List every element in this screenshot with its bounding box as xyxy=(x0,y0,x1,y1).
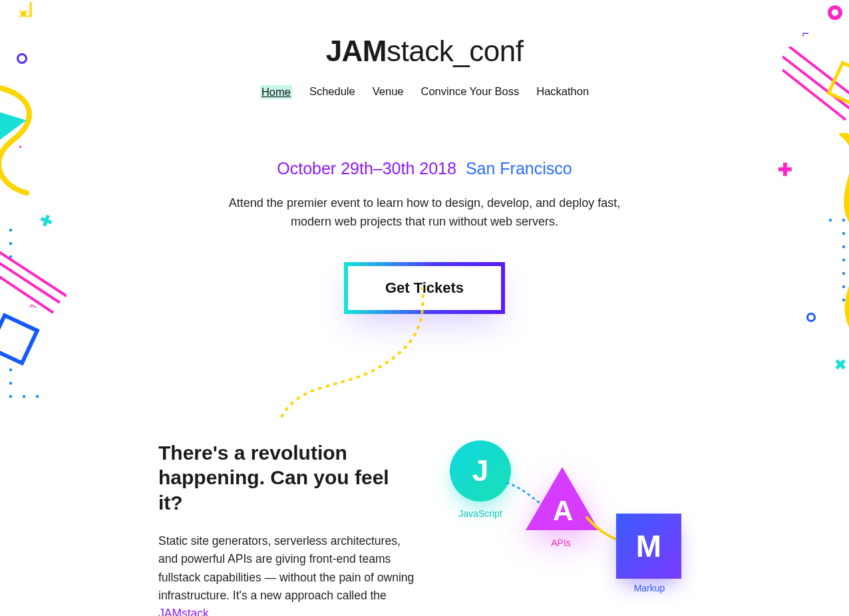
jam-a-label: APIs xyxy=(541,538,581,548)
svg-point-7 xyxy=(23,395,25,398)
nav-venue[interactable]: Venue xyxy=(373,85,404,99)
hero-location: San Francisco xyxy=(466,159,572,178)
deco-square-icon xyxy=(0,313,40,366)
deco-ring-icon xyxy=(806,313,816,322)
logo-bold: JAM xyxy=(326,35,387,67)
site-logo: JAMstack_conf xyxy=(0,0,849,68)
section-body-pre: Static site generators, serverless archi… xyxy=(158,534,414,601)
jam-m-square: M xyxy=(616,514,681,579)
nav-schedule[interactable]: Schedule xyxy=(309,85,355,99)
hero-blurb: Attend the premier event to learn how to… xyxy=(212,194,637,231)
revolution-section: There's a revolution happening. Can you … xyxy=(158,440,691,616)
logo-light: stack_conf xyxy=(387,35,523,67)
nav-home[interactable]: Home xyxy=(260,85,292,99)
svg-point-4 xyxy=(9,369,12,371)
section-body: Static site generators, serverless archi… xyxy=(158,532,418,616)
hero-date: October 29th–30th 2018 xyxy=(277,159,456,178)
hero: October 29th–30th 2018San Francisco Atte… xyxy=(0,159,849,314)
svg-point-6 xyxy=(9,395,12,398)
primary-nav: Home Schedule Venue Convince Your Boss H… xyxy=(0,85,849,99)
jamstack-link[interactable]: JAMstack xyxy=(158,607,209,616)
nav-convince[interactable]: Convince Your Boss xyxy=(421,85,520,99)
jam-m-letter: M xyxy=(636,528,661,564)
section-heading: There's a revolution happening. Can you … xyxy=(158,440,418,516)
svg-point-8 xyxy=(36,395,39,398)
deco-plus-icon: ✚ xyxy=(829,354,849,375)
hero-dateline: October 29th–30th 2018San Francisco xyxy=(0,159,849,178)
deco-triangle-icon xyxy=(0,104,29,142)
svg-point-5 xyxy=(9,382,12,385)
jam-diagram: J JavaScript A APIs M Markup xyxy=(438,440,691,607)
get-tickets-button[interactable]: Get Tickets xyxy=(344,262,505,314)
jam-j-letter: J xyxy=(472,454,488,488)
jam-m-label: Markup xyxy=(629,583,669,593)
section-body-post: . xyxy=(209,607,212,616)
nav-hackathon[interactable]: Hackathon xyxy=(536,85,589,99)
jam-a-letter: A xyxy=(553,495,573,527)
jam-j-circle: J xyxy=(450,440,511,502)
jam-j-label: JavaScript xyxy=(454,508,507,519)
